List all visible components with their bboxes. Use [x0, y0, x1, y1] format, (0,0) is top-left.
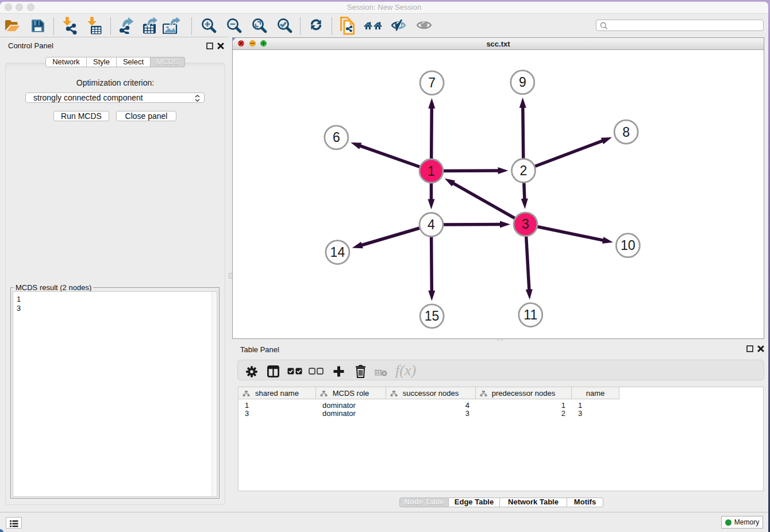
svg-text:6: 6 — [333, 130, 340, 145]
svg-text:3: 3 — [522, 217, 529, 232]
svg-text:9: 9 — [519, 75, 526, 90]
svg-text:14: 14 — [330, 245, 345, 260]
svg-text:8: 8 — [622, 125, 630, 140]
svg-text:10: 10 — [621, 238, 636, 253]
svg-text:7: 7 — [428, 75, 436, 90]
svg-text:2: 2 — [520, 163, 528, 178]
svg-text:4: 4 — [428, 217, 435, 232]
svg-text:15: 15 — [425, 309, 440, 323]
svg-text:1: 1 — [428, 164, 435, 179]
svg-text:11: 11 — [523, 307, 537, 322]
